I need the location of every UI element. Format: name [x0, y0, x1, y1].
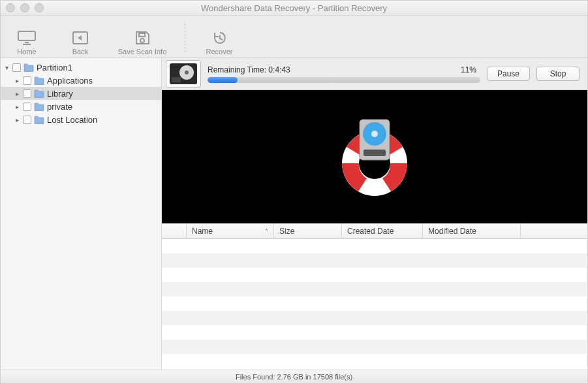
table-header: Name ˄ Size Created Date Modified Date — [162, 223, 587, 239]
svg-point-14 — [371, 131, 378, 137]
save-scan-info-label: Save Scan Info — [118, 48, 167, 56]
folder-icon — [34, 89, 44, 98]
table-row — [162, 325, 587, 340]
column-name[interactable]: Name ˄ — [187, 224, 274, 238]
folder-icon — [34, 116, 44, 124]
progress-percent: 11% — [461, 65, 480, 74]
sidebar-item-label: Partition1 — [37, 63, 72, 72]
sidebar-item[interactable]: ▸private — [1, 100, 161, 113]
sidebar-item-label: Library — [47, 89, 73, 99]
table-row — [162, 268, 587, 282]
svg-point-5 — [140, 39, 144, 42]
window-title: Wondershare Data Recovery - Partition Re… — [1, 3, 587, 13]
zoom-window-icon[interactable] — [35, 3, 44, 12]
floppy-disk-icon — [132, 29, 152, 46]
remaining-time-label: Remaining Time: 0:4:43 — [208, 65, 290, 74]
back-button[interactable]: Back — [59, 20, 101, 56]
checkbox[interactable] — [23, 89, 31, 98]
status-bar: Files Found: 2.76 GB in 17508 file(s) — [1, 370, 587, 383]
table-row — [162, 282, 587, 296]
column-size[interactable]: Size — [274, 224, 342, 238]
svg-rect-2 — [23, 44, 31, 45]
close-window-icon[interactable] — [6, 3, 15, 12]
column-created-date[interactable]: Created Date — [342, 224, 423, 238]
sidebar-item[interactable]: ▸Library — [1, 87, 161, 100]
table-body[interactable] — [162, 239, 587, 370]
drive-thumb-icon — [166, 60, 201, 88]
checkbox[interactable] — [23, 103, 31, 111]
svg-rect-9 — [172, 77, 181, 82]
home-label: Home — [17, 48, 36, 56]
sidebar-item-label: Applications — [47, 76, 93, 86]
disclosure-triangle-icon[interactable]: ▸ — [14, 90, 20, 97]
svg-rect-1 — [25, 42, 29, 43]
sidebar-item[interactable]: ▾Partition1 — [1, 61, 161, 74]
folder-icon — [34, 76, 44, 85]
life-ring-disk-icon — [326, 108, 424, 206]
progress-bar-fill — [208, 77, 238, 83]
svg-rect-0 — [18, 31, 35, 40]
back-label: Back — [72, 48, 88, 56]
checkbox[interactable] — [23, 116, 31, 124]
titlebar: Wondershare Data Recovery - Partition Re… — [1, 1, 587, 16]
progress-actions: Pause Stop — [487, 67, 580, 81]
column-modified-date[interactable]: Modified Date — [423, 224, 521, 238]
table-row — [162, 340, 587, 354]
disclosure-triangle-icon[interactable]: ▸ — [14, 116, 20, 123]
sidebar-item-label: private — [47, 102, 72, 112]
checkbox[interactable] — [23, 76, 31, 85]
toolbar-separator — [185, 24, 185, 52]
folder-icon — [23, 63, 34, 72]
table-row — [162, 239, 587, 253]
column-name-label: Name — [192, 227, 213, 236]
sort-asc-icon: ˄ — [265, 228, 268, 235]
table-row — [162, 253, 587, 268]
monitor-icon — [17, 29, 37, 46]
table-row — [162, 354, 587, 368]
svg-point-8 — [185, 71, 189, 74]
sidebar[interactable]: ▾Partition1▸Applications▸Library▸private… — [1, 58, 162, 370]
sidebar-item[interactable]: ▸Lost Location — [1, 113, 161, 126]
column-filler — [521, 224, 587, 238]
progress-strip: Remaining Time: 0:4:43 11% Pause Stop — [162, 58, 587, 90]
column-size-label: Size — [279, 227, 294, 236]
folder-icon — [34, 103, 44, 111]
pause-button[interactable]: Pause — [487, 67, 530, 81]
sidebar-item-label: Lost Location — [47, 115, 97, 125]
recover-button[interactable]: Recover — [198, 20, 240, 56]
body: ▾Partition1▸Applications▸Library▸private… — [1, 58, 587, 370]
progress-bar — [208, 77, 480, 83]
disclosure-triangle-icon[interactable]: ▸ — [14, 103, 20, 110]
app-window: Wondershare Data Recovery - Partition Re… — [0, 0, 588, 384]
toolbar: Home Back Save Scan Info Recover — [1, 16, 587, 58]
save-scan-info-button[interactable]: Save Scan Info — [113, 20, 172, 56]
traffic-lights — [6, 3, 44, 12]
disclosure-triangle-icon[interactable]: ▾ — [3, 64, 10, 71]
checkbox[interactable] — [12, 63, 21, 72]
status-text: Files Found: 2.76 GB in 17508 file(s) — [236, 373, 352, 381]
minimize-window-icon[interactable] — [20, 3, 29, 12]
home-button[interactable]: Home — [6, 20, 48, 56]
recover-label: Recover — [206, 48, 233, 56]
preview-banner — [162, 90, 587, 223]
svg-rect-4 — [139, 33, 145, 37]
progress-info: Remaining Time: 0:4:43 11% — [208, 65, 480, 83]
stop-button[interactable]: Stop — [536, 67, 580, 81]
main-area: Remaining Time: 0:4:43 11% Pause Stop — [162, 58, 587, 370]
restore-history-icon — [209, 29, 229, 46]
column-checkbox[interactable] — [162, 224, 187, 238]
back-arrow-icon — [70, 29, 90, 46]
sidebar-item[interactable]: ▸Applications — [1, 74, 161, 87]
disclosure-triangle-icon[interactable]: ▸ — [14, 77, 20, 84]
table-row — [162, 311, 587, 325]
table-row — [162, 296, 587, 311]
column-modified-label: Modified Date — [428, 227, 476, 236]
column-created-label: Created Date — [347, 227, 394, 236]
svg-rect-15 — [364, 150, 386, 156]
